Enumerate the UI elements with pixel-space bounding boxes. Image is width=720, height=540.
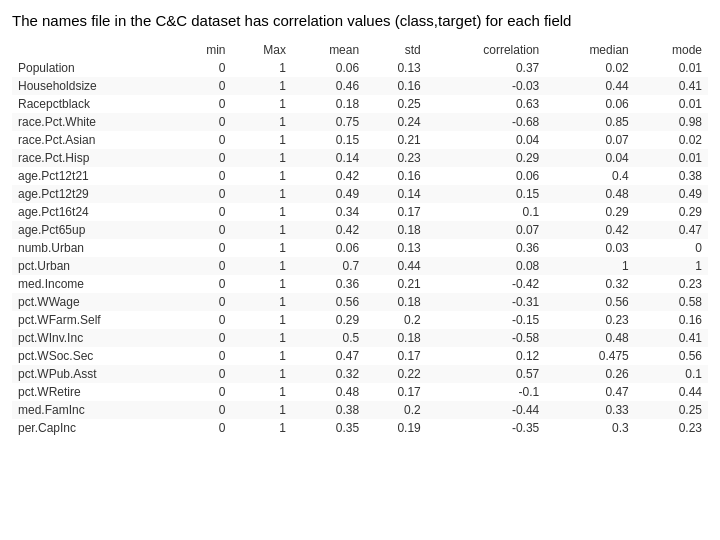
value-cell: 0 (177, 257, 232, 275)
value-cell: 0.22 (365, 365, 427, 383)
value-cell: 0.37 (427, 59, 546, 77)
value-cell: 0.25 (365, 95, 427, 113)
value-cell: 0.13 (365, 239, 427, 257)
value-cell: 0 (177, 419, 232, 437)
value-cell: 0.01 (635, 149, 708, 167)
value-cell: 0.38 (635, 167, 708, 185)
table-row: race.Pct.Asian010.150.210.040.070.02 (12, 131, 708, 149)
field-name-cell: pct.WWage (12, 293, 177, 311)
value-cell: 0.06 (545, 95, 634, 113)
value-cell: 0.41 (635, 77, 708, 95)
value-cell: 0.12 (427, 347, 546, 365)
table-row: pct.WWage010.560.18-0.310.560.58 (12, 293, 708, 311)
value-cell: 0.47 (292, 347, 365, 365)
value-cell: 0.49 (635, 185, 708, 203)
value-cell: 0.29 (292, 311, 365, 329)
value-cell: 0.41 (635, 329, 708, 347)
value-cell: 0.56 (292, 293, 365, 311)
value-cell: 0.2 (365, 401, 427, 419)
value-cell: -0.31 (427, 293, 546, 311)
value-cell: 0 (177, 59, 232, 77)
value-cell: 0.23 (365, 149, 427, 167)
field-name-cell: pct.Urban (12, 257, 177, 275)
value-cell: 0 (177, 167, 232, 185)
value-cell: 1 (232, 221, 292, 239)
value-cell: 0 (177, 275, 232, 293)
value-cell: 0.48 (292, 383, 365, 401)
value-cell: 0.18 (365, 221, 427, 239)
value-cell: 0.01 (635, 95, 708, 113)
value-cell: 0.1 (635, 365, 708, 383)
field-name-cell: race.Pct.Hisp (12, 149, 177, 167)
value-cell: 1 (232, 131, 292, 149)
value-cell: 0.32 (545, 275, 634, 293)
value-cell: 0 (177, 113, 232, 131)
field-name-cell: pct.WPub.Asst (12, 365, 177, 383)
value-cell: 0.24 (365, 113, 427, 131)
col-header-correlation: correlation (427, 41, 546, 59)
value-cell: 0 (177, 185, 232, 203)
value-cell: 1 (232, 275, 292, 293)
value-cell: -0.1 (427, 383, 546, 401)
value-cell: 0.49 (292, 185, 365, 203)
table-row: per.CapInc010.350.19-0.350.30.23 (12, 419, 708, 437)
value-cell: 0.07 (545, 131, 634, 149)
correlation-table: minMaxmeanstdcorrelationmedianmode Popul… (12, 41, 708, 437)
value-cell: 0.75 (292, 113, 365, 131)
field-name-cell: Householdsize (12, 77, 177, 95)
value-cell: 0.44 (635, 383, 708, 401)
value-cell: 1 (232, 365, 292, 383)
value-cell: 0.48 (545, 185, 634, 203)
value-cell: 0.42 (545, 221, 634, 239)
value-cell: 0.18 (365, 293, 427, 311)
value-cell: 0.42 (292, 167, 365, 185)
table-row: race.Pct.White010.750.24-0.680.850.98 (12, 113, 708, 131)
value-cell: 0.02 (545, 59, 634, 77)
value-cell: 0.29 (545, 203, 634, 221)
table-row: Population010.060.130.370.020.01 (12, 59, 708, 77)
value-cell: 0.07 (427, 221, 546, 239)
value-cell: 0.13 (365, 59, 427, 77)
value-cell: 0 (177, 77, 232, 95)
value-cell: 0.48 (545, 329, 634, 347)
value-cell: 0.23 (635, 275, 708, 293)
value-cell: 1 (232, 149, 292, 167)
value-cell: 0.56 (545, 293, 634, 311)
field-name-cell: age.Pct12t29 (12, 185, 177, 203)
value-cell: 1 (232, 77, 292, 95)
value-cell: 0.36 (427, 239, 546, 257)
value-cell: 0.44 (545, 77, 634, 95)
value-cell: 0.04 (545, 149, 634, 167)
value-cell: 0 (177, 383, 232, 401)
table-header: minMaxmeanstdcorrelationmedianmode (12, 41, 708, 59)
value-cell: 0.36 (292, 275, 365, 293)
value-cell: 0.35 (292, 419, 365, 437)
field-name-cell: pct.WFarm.Self (12, 311, 177, 329)
table-row: pct.Urban010.70.440.0811 (12, 257, 708, 275)
value-cell: 0.14 (365, 185, 427, 203)
field-name-cell: race.Pct.White (12, 113, 177, 131)
value-cell: -0.15 (427, 311, 546, 329)
value-cell: 1 (545, 257, 634, 275)
field-name-cell: med.FamInc (12, 401, 177, 419)
value-cell: 0 (177, 329, 232, 347)
value-cell: 0.18 (292, 95, 365, 113)
field-name-cell: numb.Urban (12, 239, 177, 257)
value-cell: 0 (177, 293, 232, 311)
value-cell: -0.03 (427, 77, 546, 95)
table-row: pct.WInv.Inc010.50.18-0.580.480.41 (12, 329, 708, 347)
value-cell: 0 (177, 131, 232, 149)
value-cell: -0.42 (427, 275, 546, 293)
value-cell: 1 (232, 203, 292, 221)
table-row: age.Pct12t29010.490.140.150.480.49 (12, 185, 708, 203)
col-header-mean: mean (292, 41, 365, 59)
table-row: age.Pct16t24010.340.170.10.290.29 (12, 203, 708, 221)
value-cell: 0.42 (292, 221, 365, 239)
value-cell: 0.17 (365, 347, 427, 365)
value-cell: -0.35 (427, 419, 546, 437)
value-cell: 0.85 (545, 113, 634, 131)
value-cell: 0.16 (365, 77, 427, 95)
value-cell: 0.21 (365, 131, 427, 149)
field-name-cell: race.Pct.Asian (12, 131, 177, 149)
col-header-min: min (177, 41, 232, 59)
